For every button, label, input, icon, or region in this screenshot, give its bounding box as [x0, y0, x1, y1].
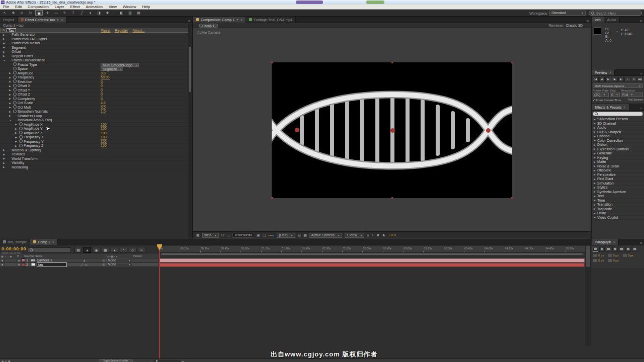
effect-controls-scrollbar[interactable]	[188, 24, 192, 238]
stopwatch-icon[interactable]	[19, 127, 24, 131]
effect-property-row[interactable]: Path Generator	[0, 33, 192, 37]
tab-audio[interactable]: Audio	[604, 17, 620, 23]
property-value[interactable]: 100	[101, 131, 107, 136]
effect-category-row[interactable]: Trapcode	[592, 207, 644, 212]
stopwatch-icon[interactable]	[19, 122, 24, 126]
expander-icon[interactable]: ▶	[17, 263, 22, 266]
expander-icon[interactable]	[3, 148, 7, 151]
layer-handle-bottom-right[interactable]	[511, 197, 513, 199]
panel-menu-icon[interactable]: ≡	[186, 19, 192, 23]
effect-property-row[interactable]: Evolution 0	[0, 80, 192, 84]
effect-category-row[interactable]: 3D Channel	[592, 122, 644, 126]
ram-preview-options-select[interactable]: RAM Preview Options ▼	[593, 83, 643, 88]
ram-preview-icon[interactable]: ▶▮	[637, 77, 643, 82]
shy-layers-icon[interactable]: ◉	[93, 247, 100, 253]
effect-category-row[interactable]: Distort	[592, 143, 644, 147]
stopwatch-icon[interactable]	[13, 84, 18, 88]
effect-category-row[interactable]: Perspective	[592, 173, 644, 177]
show-snapshot-icon[interactable]: ▢	[263, 233, 266, 237]
close-icon[interactable]: ×	[613, 240, 615, 244]
effect-category-row[interactable]: Noise & Grain	[592, 164, 644, 169]
property-value[interactable]: 0	[101, 84, 103, 88]
first-frame-icon[interactable]: I◀	[593, 77, 599, 82]
close-icon[interactable]: ×	[61, 18, 63, 22]
effect-property-row[interactable]: Offset X 0	[0, 84, 192, 88]
timeline-search-input[interactable]	[28, 247, 71, 252]
property-value[interactable]: 3.0	[101, 71, 106, 76]
camera-tool-icon[interactable]: ▣	[35, 10, 43, 16]
magnification-select[interactable]: 50%▼	[202, 233, 219, 238]
property-value[interactable]: 100	[101, 127, 107, 131]
menu-item[interactable]: Edit	[12, 5, 25, 9]
pen-tool-icon[interactable]: ✎	[61, 10, 68, 16]
channels-icon[interactable]	[268, 233, 274, 237]
expander-icon[interactable]	[594, 207, 597, 210]
panel-menu-icon[interactable]: ≡	[638, 107, 644, 110]
expander-icon[interactable]	[3, 54, 7, 57]
effect-category-row[interactable]: Obsolete	[592, 168, 644, 173]
tab-effects-presets[interactable]: Effects & Presets×	[592, 104, 629, 110]
effect-category-row[interactable]: Text	[592, 194, 644, 199]
last-frame-icon[interactable]: ▶I	[618, 77, 624, 82]
audio-icon[interactable]: ♪	[624, 77, 630, 82]
effect-category-row[interactable]: Color Correction	[592, 139, 644, 143]
loop-icon[interactable]: ↻	[631, 77, 637, 82]
indent-field[interactable]: 0 px	[593, 254, 604, 257]
expander-icon[interactable]: ▶	[17, 259, 22, 262]
effect-property-row[interactable]: Frequency 50.00	[0, 75, 192, 80]
property-value[interactable]: Multi SmoothRidge	[101, 63, 139, 67]
expander-icon[interactable]	[3, 46, 7, 49]
audio-solo-lock-columns[interactable]	[5, 258, 17, 262]
work-area-end-handle[interactable]	[583, 253, 585, 255]
effect-category-row[interactable]: Channel	[592, 134, 644, 139]
effect-property-row[interactable]: Textures	[0, 152, 192, 157]
effect-register-link[interactable]: Register	[115, 29, 128, 32]
layer-switches[interactable]: ▲	[67, 259, 102, 262]
comp-breadcrumb-button[interactable]: Comp 1	[199, 24, 218, 28]
stopwatch-icon[interactable]	[19, 135, 24, 139]
stopwatch-icon[interactable]	[13, 67, 18, 71]
tab-effect-controls[interactable]: Effect Controls: tao ▼ ×	[18, 17, 66, 23]
effect-property-row[interactable]: Oct Mult 0.5	[0, 106, 192, 110]
layer-handle-bottom-center[interactable]	[391, 197, 393, 199]
prev-frame-icon[interactable]: ◀I	[599, 77, 605, 82]
expander-icon[interactable]	[594, 130, 597, 133]
expander-icon[interactable]	[15, 123, 19, 126]
expander-icon[interactable]	[594, 203, 597, 206]
property-value[interactable]: 0	[101, 93, 103, 97]
layer-name[interactable]: Camera 1	[37, 258, 67, 262]
expander-icon[interactable]	[594, 139, 597, 142]
close-icon[interactable]: ×	[609, 71, 611, 74]
grid-guides-icon[interactable]: ▥	[126, 10, 134, 16]
expander-icon[interactable]	[3, 153, 7, 156]
spacing-field[interactable]: 0 px	[608, 259, 618, 262]
selection-tool-icon[interactable]: ↖	[1, 10, 9, 16]
tab-paragraph[interactable]: Paragraph×	[592, 239, 619, 245]
effect-property-row[interactable]: Rendering	[0, 165, 192, 170]
expander-icon[interactable]	[3, 33, 7, 36]
timeline-button-icon[interactable]: ♜	[376, 233, 379, 237]
expander-icon[interactable]	[594, 190, 597, 193]
layer-handle-top-center[interactable]	[391, 62, 393, 63]
layer-row[interactable]: ● ▶ 2 tao ╱ fx ◎ None▼	[0, 263, 158, 267]
effect-property-row[interactable]: Amplitude Y 100	[0, 127, 192, 131]
property-value[interactable]: 4.5	[101, 101, 106, 106]
work-area-bar[interactable]	[159, 253, 585, 255]
stopwatch-icon[interactable]	[13, 101, 18, 105]
renderer-info[interactable]: Renderer:Classic 3D	[548, 24, 583, 27]
expander-icon[interactable]	[594, 186, 597, 189]
timeline-zoom-slider[interactable]: − ▲	[151, 359, 184, 362]
menu-item[interactable]: Composition	[25, 5, 52, 9]
effect-property-row[interactable]: Repeat Paths	[0, 54, 192, 59]
draft-3d-icon[interactable]: ▲	[84, 247, 91, 253]
parent-select[interactable]: None▼	[106, 263, 132, 267]
property-value[interactable]: 50.00	[101, 75, 110, 80]
effect-category-row[interactable]: Generate	[592, 151, 644, 156]
justify-last-right-button[interactable]	[625, 247, 631, 252]
expander-icon[interactable]	[594, 118, 597, 121]
expander-icon[interactable]	[9, 97, 13, 100]
menu-item[interactable]: Animation	[83, 5, 106, 9]
layer-switches[interactable]: ╱ fx	[67, 263, 102, 266]
label-color-chip[interactable]	[22, 263, 25, 266]
effect-property-row[interactable]: Complexity 9	[0, 97, 192, 102]
